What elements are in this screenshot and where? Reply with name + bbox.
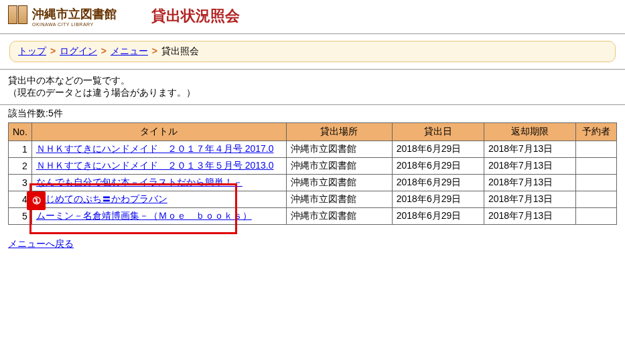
cell-place: 沖縄市立図書館: [286, 141, 392, 158]
title-link[interactable]: はじめてのぷち〓かわプラバン: [36, 193, 167, 204]
cell-no: 4: [9, 191, 32, 208]
breadcrumb-current: 貸出照会: [161, 46, 199, 56]
col-header-reserve: 予約者: [576, 123, 617, 141]
col-header-no: No.: [9, 123, 32, 141]
col-header-place: 貸出場所: [286, 123, 392, 141]
cell-title: ＮＨＫすてきにハンドメイド ２０１３年５月号 2013.0: [31, 158, 286, 175]
cell-no: 5: [9, 208, 32, 225]
table-row: 2ＮＨＫすてきにハンドメイド ２０１３年５月号 2013.0沖縄市立図書館201…: [9, 158, 617, 175]
col-header-checkout: 貸出日: [392, 123, 484, 141]
description-line: （現在のデータとは違う場合があります。）: [8, 87, 617, 99]
cell-no: 3: [9, 175, 32, 191]
divider: [0, 33, 625, 34]
cell-place: 沖縄市立図書館: [286, 158, 392, 175]
title-link[interactable]: ＮＨＫすてきにハンドメイド ２０１７年４月号 2017.0: [36, 143, 274, 154]
chevron-right-icon: >: [50, 46, 56, 56]
books-icon: [8, 5, 29, 27]
chevron-right-icon: >: [101, 46, 107, 56]
cell-checkout: 2018年6月29日: [392, 141, 484, 158]
description: 貸出中の本などの一覧です。 （現在のデータとは違う場合があります。）: [0, 71, 625, 103]
site-logo[interactable]: 沖縄市立図書館 OKINAWA CITY LIBRARY: [8, 5, 117, 27]
title-link[interactable]: ＮＨＫすてきにハンドメイド ２０１３年５月号 2013.0: [36, 160, 274, 171]
logo-title: 沖縄市立図書館: [32, 7, 117, 21]
cell-title: ＮＨＫすてきにハンドメイド ２０１７年４月号 2017.0: [31, 141, 286, 158]
cell-place: 沖縄市立図書館: [286, 208, 392, 225]
breadcrumb-link-top[interactable]: トップ: [18, 46, 46, 56]
cell-checkout: 2018年6月29日: [392, 191, 484, 208]
cell-due: 2018年7月13日: [484, 208, 575, 225]
table-row: 1ＮＨＫすてきにハンドメイド ２０１７年４月号 2017.0沖縄市立図書館201…: [9, 141, 617, 158]
page-title: 貸出状況照会: [151, 6, 240, 26]
cell-reserve: [576, 191, 617, 208]
cell-title: なんでも自分で包む本－イラストだから簡単！－: [31, 175, 286, 191]
cell-reserve: [576, 175, 617, 191]
table-row: 4はじめてのぷち〓かわプラバン沖縄市立図書館2018年6月29日2018年7月1…: [9, 191, 617, 208]
divider: [0, 69, 625, 70]
table-row: 3なんでも自分で包む本－イラストだから簡単！－沖縄市立図書館2018年6月29日…: [9, 175, 617, 191]
cell-title: はじめてのぷち〓かわプラバン: [31, 191, 286, 208]
cell-reserve: [576, 158, 617, 175]
title-link[interactable]: なんでも自分で包む本－イラストだから簡単！－: [36, 177, 242, 187]
page-header: 沖縄市立図書館 OKINAWA CITY LIBRARY 貸出状況照会: [0, 0, 625, 32]
loan-table: No. タイトル 貸出場所 貸出日 返却期限 予約者 1ＮＨＫすてきにハンドメイ…: [8, 122, 617, 225]
breadcrumb-link-menu[interactable]: メニュー: [111, 46, 148, 56]
cell-place: 沖縄市立図書館: [286, 191, 392, 208]
breadcrumb: トップ > ログイン > メニュー > 貸出照会: [9, 41, 616, 62]
breadcrumb-link-login[interactable]: ログイン: [60, 46, 97, 56]
description-line: 貸出中の本などの一覧です。: [8, 75, 617, 87]
result-count: 該当件数:5件: [8, 108, 617, 120]
logo-subtitle: OKINAWA CITY LIBRARY: [32, 22, 117, 27]
col-header-due: 返却期限: [484, 123, 575, 141]
cell-due: 2018年7月13日: [484, 175, 575, 191]
cell-checkout: 2018年6月29日: [392, 208, 484, 225]
cell-checkout: 2018年6月29日: [392, 158, 484, 175]
table-row: 5ムーミン－名倉靖博画集－（Ｍｏｅ ｂｏｏｋｓ）沖縄市立図書館2018年6月29…: [9, 208, 617, 225]
chevron-right-icon: >: [152, 46, 157, 56]
title-link[interactable]: ムーミン－名倉靖博画集－（Ｍｏｅ ｂｏｏｋｓ）: [36, 210, 252, 221]
cell-reserve: [576, 208, 617, 225]
cell-reserve: [576, 141, 617, 158]
cell-due: 2018年7月13日: [484, 191, 575, 208]
cell-place: 沖縄市立図書館: [286, 175, 392, 191]
cell-title: ムーミン－名倉靖博画集－（Ｍｏｅ ｂｏｏｋｓ）: [31, 208, 286, 225]
cell-no: 2: [9, 158, 32, 175]
cell-due: 2018年7月13日: [484, 158, 575, 175]
cell-due: 2018年7月13日: [484, 141, 575, 158]
divider: [0, 104, 625, 105]
table-header-row: No. タイトル 貸出場所 貸出日 返却期限 予約者: [9, 123, 617, 141]
back-to-menu-link[interactable]: メニューへ戻る: [8, 238, 74, 250]
cell-checkout: 2018年6月29日: [392, 175, 484, 191]
cell-no: 1: [9, 141, 32, 158]
col-header-title: タイトル: [31, 123, 286, 141]
